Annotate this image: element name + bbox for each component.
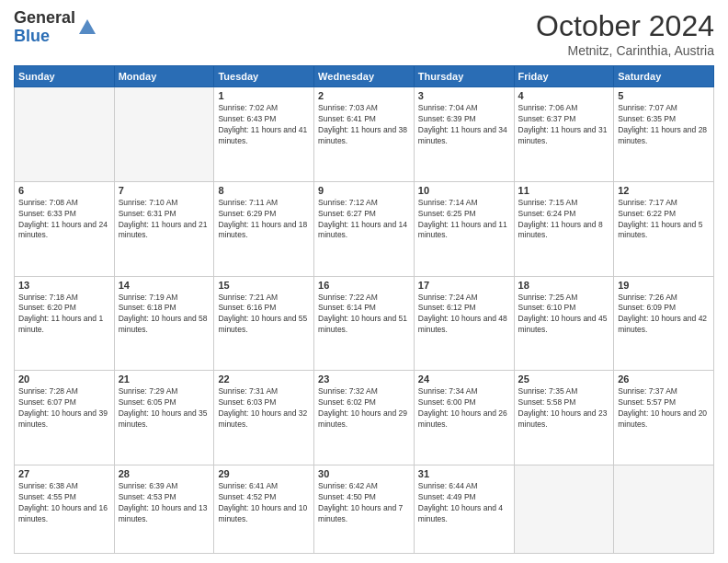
calendar-cell: 29Sunrise: 6:41 AMSunset: 4:52 PMDayligh… <box>214 465 314 554</box>
calendar-cell: 20Sunrise: 7:28 AMSunset: 6:07 PMDayligh… <box>15 371 115 465</box>
calendar-cell: 27Sunrise: 6:38 AMSunset: 4:55 PMDayligh… <box>15 465 115 554</box>
day-info: Sunrise: 7:04 AMSunset: 6:39 PMDaylight:… <box>418 103 510 147</box>
day-info: Sunrise: 7:07 AMSunset: 6:35 PMDaylight:… <box>618 103 710 147</box>
day-number: 28 <box>119 468 210 479</box>
calendar-week-4: 27Sunrise: 6:38 AMSunset: 4:55 PMDayligh… <box>15 465 714 554</box>
day-info: Sunrise: 7:32 AMSunset: 6:02 PMDaylight:… <box>318 386 410 431</box>
calendar-week-1: 6Sunrise: 7:08 AMSunset: 6:33 PMDaylight… <box>15 181 714 276</box>
day-number: 26 <box>618 373 710 385</box>
calendar-week-3: 20Sunrise: 7:28 AMSunset: 6:07 PMDayligh… <box>15 371 714 465</box>
calendar-header-sunday: Sunday <box>15 66 115 87</box>
day-info: Sunrise: 7:35 AMSunset: 5:58 PMDaylight:… <box>518 386 610 431</box>
calendar-cell: 28Sunrise: 6:39 AMSunset: 4:53 PMDayligh… <box>114 465 214 554</box>
calendar-header-thursday: Thursday <box>414 66 514 87</box>
month-title: October 2024 <box>536 9 714 43</box>
calendar-week-0: 1Sunrise: 7:02 AMSunset: 6:43 PMDaylight… <box>15 87 714 182</box>
day-number: 6 <box>18 185 110 196</box>
svg-marker-0 <box>79 19 96 34</box>
day-info: Sunrise: 6:41 AMSunset: 4:52 PMDaylight:… <box>218 481 310 525</box>
day-number: 7 <box>119 185 210 196</box>
page: General Blue October 2024 Metnitz, Carin… <box>0 0 728 563</box>
day-info: Sunrise: 7:22 AMSunset: 6:14 PMDaylight:… <box>318 293 410 337</box>
day-number: 11 <box>518 185 610 196</box>
day-info: Sunrise: 7:15 AMSunset: 6:24 PMDaylight:… <box>518 198 610 242</box>
location: Metnitz, Carinthia, Austria <box>536 43 714 58</box>
calendar-cell: 31Sunrise: 6:44 AMSunset: 4:49 PMDayligh… <box>414 465 514 554</box>
calendar-cell: 12Sunrise: 7:17 AMSunset: 6:22 PMDayligh… <box>614 181 714 276</box>
calendar-cell: 23Sunrise: 7:32 AMSunset: 6:02 PMDayligh… <box>314 371 415 465</box>
calendar-cell: 2Sunrise: 7:03 AMSunset: 6:41 PMDaylight… <box>314 87 415 182</box>
calendar-cell <box>15 87 115 182</box>
calendar-cell: 17Sunrise: 7:24 AMSunset: 6:12 PMDayligh… <box>414 276 514 371</box>
day-number: 21 <box>119 373 210 385</box>
day-info: Sunrise: 7:25 AMSunset: 6:10 PMDaylight:… <box>518 293 610 337</box>
calendar-cell: 3Sunrise: 7:04 AMSunset: 6:39 PMDaylight… <box>414 87 514 182</box>
day-info: Sunrise: 7:12 AMSunset: 6:27 PMDaylight:… <box>318 198 410 242</box>
logo-icon <box>77 17 97 38</box>
calendar-cell: 8Sunrise: 7:11 AMSunset: 6:29 PMDaylight… <box>214 181 314 276</box>
day-number: 23 <box>318 373 410 385</box>
calendar-cell <box>514 465 614 554</box>
day-number: 17 <box>418 280 510 291</box>
day-number: 13 <box>18 280 110 291</box>
calendar-cell: 22Sunrise: 7:31 AMSunset: 6:03 PMDayligh… <box>214 371 314 465</box>
day-info: Sunrise: 7:06 AMSunset: 6:37 PMDaylight:… <box>518 103 610 147</box>
day-info: Sunrise: 7:18 AMSunset: 6:20 PMDaylight:… <box>18 293 110 337</box>
day-info: Sunrise: 7:26 AMSunset: 6:09 PMDaylight:… <box>618 293 710 337</box>
day-number: 19 <box>618 280 710 291</box>
day-info: Sunrise: 7:19 AMSunset: 6:18 PMDaylight:… <box>119 293 210 337</box>
calendar-cell <box>114 87 214 182</box>
calendar-cell: 9Sunrise: 7:12 AMSunset: 6:27 PMDaylight… <box>314 181 415 276</box>
day-number: 8 <box>218 185 310 196</box>
day-info: Sunrise: 7:03 AMSunset: 6:41 PMDaylight:… <box>318 103 410 147</box>
calendar-cell: 26Sunrise: 7:37 AMSunset: 5:57 PMDayligh… <box>614 371 714 465</box>
calendar-cell: 21Sunrise: 7:29 AMSunset: 6:05 PMDayligh… <box>114 371 214 465</box>
calendar-cell: 7Sunrise: 7:10 AMSunset: 6:31 PMDaylight… <box>114 181 214 276</box>
day-number: 1 <box>218 90 310 101</box>
calendar-cell: 25Sunrise: 7:35 AMSunset: 5:58 PMDayligh… <box>514 371 614 465</box>
day-number: 30 <box>318 468 410 479</box>
day-info: Sunrise: 7:11 AMSunset: 6:29 PMDaylight:… <box>218 198 310 242</box>
calendar-table: SundayMondayTuesdayWednesdayThursdayFrid… <box>14 65 714 554</box>
day-info: Sunrise: 7:08 AMSunset: 6:33 PMDaylight:… <box>18 198 110 242</box>
day-number: 3 <box>418 90 510 101</box>
calendar-header-saturday: Saturday <box>614 66 714 87</box>
calendar-cell: 15Sunrise: 7:21 AMSunset: 6:16 PMDayligh… <box>214 276 314 371</box>
logo-general: General <box>14 8 75 27</box>
day-info: Sunrise: 6:44 AMSunset: 4:49 PMDaylight:… <box>418 481 510 525</box>
day-number: 24 <box>418 373 510 385</box>
day-info: Sunrise: 7:34 AMSunset: 6:00 PMDaylight:… <box>418 386 510 431</box>
day-number: 14 <box>119 280 210 291</box>
day-number: 15 <box>218 280 310 291</box>
day-number: 20 <box>18 373 110 385</box>
day-info: Sunrise: 7:31 AMSunset: 6:03 PMDaylight:… <box>218 386 310 431</box>
day-number: 27 <box>18 468 110 479</box>
calendar-cell <box>614 465 714 554</box>
day-number: 12 <box>618 185 710 196</box>
day-number: 18 <box>518 280 610 291</box>
day-number: 16 <box>318 280 410 291</box>
calendar-cell: 6Sunrise: 7:08 AMSunset: 6:33 PMDaylight… <box>15 181 115 276</box>
calendar-week-2: 13Sunrise: 7:18 AMSunset: 6:20 PMDayligh… <box>15 276 714 371</box>
calendar-cell: 11Sunrise: 7:15 AMSunset: 6:24 PMDayligh… <box>514 181 614 276</box>
calendar-cell: 14Sunrise: 7:19 AMSunset: 6:18 PMDayligh… <box>114 276 214 371</box>
calendar-cell: 1Sunrise: 7:02 AMSunset: 6:43 PMDaylight… <box>214 87 314 182</box>
day-number: 4 <box>518 90 610 101</box>
calendar-cell: 4Sunrise: 7:06 AMSunset: 6:37 PMDaylight… <box>514 87 614 182</box>
day-info: Sunrise: 6:39 AMSunset: 4:53 PMDaylight:… <box>119 481 210 525</box>
calendar-cell: 16Sunrise: 7:22 AMSunset: 6:14 PMDayligh… <box>314 276 415 371</box>
day-number: 2 <box>318 90 410 101</box>
day-number: 31 <box>418 468 510 479</box>
day-info: Sunrise: 7:17 AMSunset: 6:22 PMDaylight:… <box>618 198 710 242</box>
calendar-cell: 13Sunrise: 7:18 AMSunset: 6:20 PMDayligh… <box>15 276 115 371</box>
day-info: Sunrise: 7:37 AMSunset: 5:57 PMDaylight:… <box>618 386 710 431</box>
day-number: 10 <box>418 185 510 196</box>
calendar-header-tuesday: Tuesday <box>214 66 314 87</box>
calendar-header-friday: Friday <box>514 66 614 87</box>
calendar-cell: 30Sunrise: 6:42 AMSunset: 4:50 PMDayligh… <box>314 465 415 554</box>
day-info: Sunrise: 7:10 AMSunset: 6:31 PMDaylight:… <box>119 198 210 242</box>
title-area: October 2024 Metnitz, Carinthia, Austria <box>536 9 714 58</box>
day-info: Sunrise: 7:28 AMSunset: 6:07 PMDaylight:… <box>18 386 110 431</box>
day-number: 25 <box>518 373 610 385</box>
day-info: Sunrise: 7:14 AMSunset: 6:25 PMDaylight:… <box>418 198 510 242</box>
